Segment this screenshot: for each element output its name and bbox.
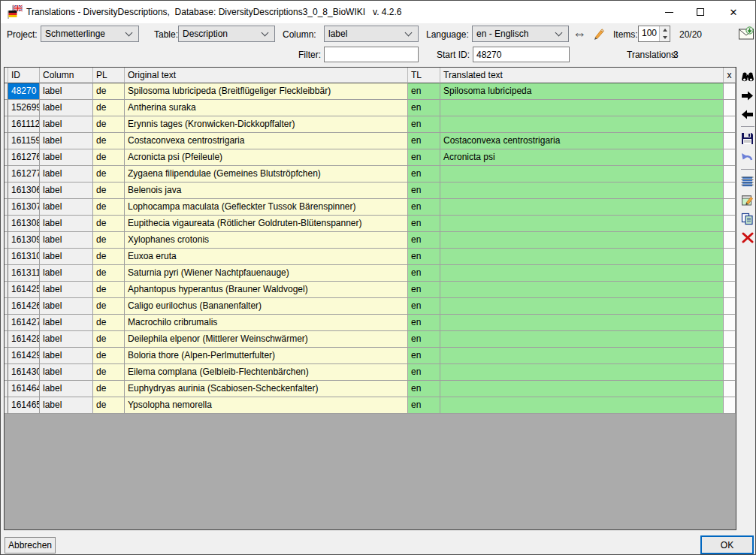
original-text-cell[interactable]: Spilosoma lubricipeda (Breitflügeliger F… bbox=[125, 83, 408, 100]
tl-cell[interactable]: en bbox=[408, 149, 440, 166]
column-cell[interactable]: label bbox=[40, 149, 93, 166]
header-translated-text[interactable]: Translated text bbox=[440, 68, 724, 83]
pl-cell[interactable]: de bbox=[93, 298, 125, 315]
tl-cell[interactable]: en bbox=[408, 133, 440, 149]
id-cell[interactable]: 161276 bbox=[8, 149, 40, 166]
header-column[interactable]: Column bbox=[40, 68, 93, 83]
stepper-down-button[interactable] bbox=[660, 34, 670, 41]
x-cell[interactable] bbox=[724, 249, 736, 265]
translated-text-cell[interactable] bbox=[440, 100, 724, 116]
pl-cell[interactable]: de bbox=[93, 199, 125, 216]
original-text-cell[interactable]: Deilephila elpenor (Mittlerer Weinschwär… bbox=[125, 331, 408, 348]
header-pl[interactable]: PL bbox=[93, 68, 125, 83]
translated-text-cell[interactable] bbox=[440, 166, 724, 182]
tl-cell[interactable]: en bbox=[408, 199, 440, 216]
original-text-cell[interactable]: Costaconvexa centrostrigaria bbox=[125, 133, 408, 149]
id-cell[interactable]: 161426 bbox=[8, 298, 40, 315]
id-cell[interactable]: 161112 bbox=[8, 116, 40, 133]
x-cell[interactable] bbox=[724, 216, 736, 232]
x-cell[interactable] bbox=[724, 199, 736, 216]
pl-cell[interactable]: de bbox=[93, 232, 125, 249]
save-button[interactable] bbox=[740, 132, 755, 145]
tl-cell[interactable]: en bbox=[408, 331, 440, 348]
edit-language-button[interactable] bbox=[590, 26, 605, 41]
edit-button[interactable] bbox=[740, 194, 755, 207]
translated-text-cell[interactable] bbox=[440, 397, 724, 414]
table-select[interactable]: Description bbox=[178, 26, 275, 42]
maximize-button[interactable] bbox=[688, 1, 713, 23]
tl-cell[interactable]: en bbox=[408, 100, 440, 116]
translated-text-cell[interactable] bbox=[440, 249, 724, 265]
pl-cell[interactable]: de bbox=[93, 216, 125, 232]
pl-cell[interactable]: de bbox=[93, 282, 125, 298]
original-text-cell[interactable]: Aphantopus hyperantus (Brauner Waldvogel… bbox=[125, 282, 408, 298]
load-translations-button[interactable] bbox=[737, 24, 755, 43]
pl-cell[interactable]: de bbox=[93, 315, 125, 331]
translated-text-cell[interactable] bbox=[440, 348, 724, 364]
x-cell[interactable] bbox=[724, 397, 736, 414]
original-text-cell[interactable]: Belenois java bbox=[125, 182, 408, 199]
previous-button[interactable] bbox=[740, 108, 755, 121]
x-cell[interactable] bbox=[724, 331, 736, 348]
original-text-cell[interactable]: Antherina suraka bbox=[125, 100, 408, 116]
pl-cell[interactable]: de bbox=[93, 116, 125, 133]
tl-cell[interactable]: en bbox=[408, 232, 440, 249]
id-cell[interactable]: 161430 bbox=[8, 364, 40, 381]
id-cell[interactable]: 161308 bbox=[8, 216, 40, 232]
id-cell[interactable]: 48270 bbox=[8, 83, 40, 100]
pl-cell[interactable]: de bbox=[93, 381, 125, 397]
pl-cell[interactable]: de bbox=[93, 265, 125, 282]
original-text-cell[interactable]: Eilema complana (Gelbleib-Flechtenbärche… bbox=[125, 364, 408, 381]
x-cell[interactable] bbox=[724, 381, 736, 397]
pl-cell[interactable]: de bbox=[93, 364, 125, 381]
column-cell[interactable]: label bbox=[40, 315, 93, 331]
column-cell[interactable]: label bbox=[40, 397, 93, 414]
original-text-cell[interactable]: Saturnia pyri (Wiener Nachtpfauenauge) bbox=[125, 265, 408, 282]
original-text-cell[interactable]: Caligo eurilochus (Bananenfalter) bbox=[125, 298, 408, 315]
column-cell[interactable]: label bbox=[40, 116, 93, 133]
tl-cell[interactable]: en bbox=[408, 216, 440, 232]
stepper-up-button[interactable] bbox=[660, 26, 670, 34]
ok-button[interactable]: OK bbox=[700, 535, 754, 554]
x-cell[interactable] bbox=[724, 166, 736, 182]
original-text-cell[interactable]: Ypsolopha nemorella bbox=[125, 397, 408, 414]
column-cell[interactable]: label bbox=[40, 166, 93, 182]
original-text-cell[interactable]: Lophocampa maculata (Gefleckter Tussok B… bbox=[125, 199, 408, 216]
column-cell[interactable]: label bbox=[40, 83, 93, 100]
id-cell[interactable]: 161427 bbox=[8, 315, 40, 331]
translated-text-cell[interactable] bbox=[440, 116, 724, 133]
pl-cell[interactable]: de bbox=[93, 348, 125, 364]
pl-cell[interactable]: de bbox=[93, 100, 125, 116]
original-text-cell[interactable]: Xylophanes crotonis bbox=[125, 232, 408, 249]
pl-cell[interactable]: de bbox=[93, 331, 125, 348]
original-text-cell[interactable]: Boloria thore (Alpen-Perlmutterfulter) bbox=[125, 348, 408, 364]
id-cell[interactable]: 161465 bbox=[8, 397, 40, 414]
x-cell[interactable] bbox=[724, 116, 736, 133]
next-button[interactable] bbox=[740, 89, 755, 102]
tl-cell[interactable]: en bbox=[408, 265, 440, 282]
delete-button[interactable] bbox=[740, 231, 755, 244]
translated-text-cell[interactable] bbox=[440, 298, 724, 315]
tl-cell[interactable]: en bbox=[408, 397, 440, 414]
id-cell[interactable]: 161425 bbox=[8, 282, 40, 298]
find-button[interactable] bbox=[740, 71, 755, 83]
copy-button[interactable] bbox=[740, 213, 755, 225]
original-text-cell[interactable]: Euxoa eruta bbox=[125, 249, 408, 265]
pl-cell[interactable]: de bbox=[93, 182, 125, 199]
x-cell[interactable] bbox=[724, 232, 736, 249]
column-cell[interactable]: label bbox=[40, 331, 93, 348]
translated-text-cell[interactable]: Spilosoma lubricipeda bbox=[440, 83, 724, 100]
tl-cell[interactable]: en bbox=[408, 116, 440, 133]
original-text-cell[interactable]: Euphydryas aurinia (Scabiosen-Scheckenfa… bbox=[125, 381, 408, 397]
translated-text-cell[interactable] bbox=[440, 199, 724, 216]
x-cell[interactable] bbox=[724, 182, 736, 199]
tl-cell[interactable]: en bbox=[408, 364, 440, 381]
minimize-button[interactable] bbox=[656, 1, 682, 23]
tl-cell[interactable]: en bbox=[408, 83, 440, 100]
tl-cell[interactable]: en bbox=[408, 315, 440, 331]
pl-cell[interactable]: de bbox=[93, 133, 125, 149]
original-text-cell[interactable]: Macrochilo cribrumalis bbox=[125, 315, 408, 331]
translated-text-cell[interactable]: Costaconvexa centrostrigaria bbox=[440, 133, 724, 149]
x-cell[interactable] bbox=[724, 315, 736, 331]
column-cell[interactable]: label bbox=[40, 100, 93, 116]
